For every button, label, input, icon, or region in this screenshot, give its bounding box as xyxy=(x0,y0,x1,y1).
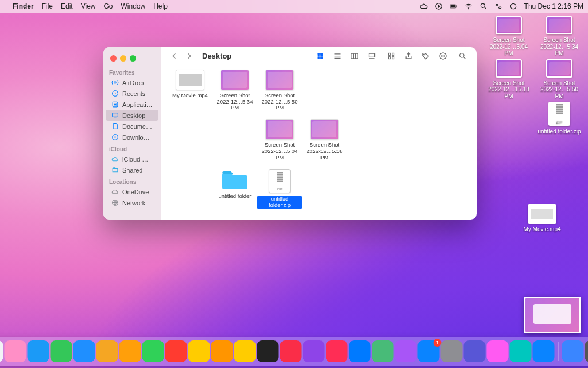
share-button[interactable] xyxy=(401,49,416,62)
dock-app-podcasts[interactable] xyxy=(303,340,325,362)
screenshot-thumb-icon xyxy=(220,70,249,90)
menubar-item-file[interactable]: File xyxy=(42,2,53,10)
finder-title: Desktop xyxy=(202,52,231,60)
spotlight-icon[interactable] xyxy=(479,2,488,10)
actions-button[interactable] xyxy=(435,49,450,62)
dock-app-extra1[interactable] xyxy=(464,340,486,362)
file-label: Screen Shot2022-12…5.34 PM xyxy=(212,93,257,112)
dock-app-launchpad[interactable] xyxy=(5,340,26,362)
file-item-screenshot[interactable]: Screen Shot2022-12…5.50 PM xyxy=(257,70,302,112)
menubar-clock[interactable]: Thu Dec 1 2:16 PM xyxy=(524,2,583,10)
view-gallery-button[interactable] xyxy=(364,49,379,62)
view-list-button[interactable] xyxy=(330,49,345,62)
svg-rect-17 xyxy=(317,56,319,59)
cloud-status-icon[interactable] xyxy=(420,2,428,10)
dock-app-extra4[interactable] xyxy=(533,340,555,362)
dock-app-extra3[interactable] xyxy=(510,340,532,362)
sidebar-item-onedrive[interactable]: OneDrive xyxy=(106,186,158,197)
menubar-item-help[interactable]: Help xyxy=(153,2,168,10)
sidebar-item-desktop[interactable]: Desktop xyxy=(106,110,158,121)
desktop-file-screenshot[interactable]: Screen Shot2022-12…5.50 PM xyxy=(536,59,582,100)
sidebar-item-airdrop[interactable]: AirDrop xyxy=(106,77,158,88)
sidebar-item-applications[interactable]: Applications xyxy=(106,99,158,110)
dock-app-news[interactable] xyxy=(326,340,348,362)
play-status-icon[interactable] xyxy=(435,2,443,10)
dock-app-maps[interactable] xyxy=(96,340,118,362)
siri-icon[interactable] xyxy=(509,2,517,10)
dock-app-contacts[interactable] xyxy=(188,340,210,362)
dock-app-mail[interactable] xyxy=(74,340,95,362)
dock-app-finder[interactable] xyxy=(0,340,3,362)
dock-app-settings[interactable] xyxy=(441,340,463,362)
sidebar-item-label: Shared xyxy=(122,167,153,174)
dock-app-appstore[interactable]: 1 xyxy=(418,340,440,362)
menubar-item-go[interactable]: Go xyxy=(104,2,113,10)
svg-rect-22 xyxy=(392,53,394,55)
dock-app-messages[interactable] xyxy=(51,340,72,362)
view-icons-button[interactable] xyxy=(312,49,327,62)
dock-tray-trash[interactable] xyxy=(585,340,589,362)
desktop-file-screenshot[interactable]: Screen Shot2022-12…5.04 PM xyxy=(486,16,532,57)
file-label: My Movie.mp4 xyxy=(523,226,560,233)
file-item-movie[interactable]: My Movie.mp4 xyxy=(168,70,212,112)
finder-content[interactable]: My Movie.mp4 Screen Shot2022-12…5.34 PM … xyxy=(161,65,477,220)
minimize-button[interactable] xyxy=(120,55,126,62)
menubar-item-view[interactable]: View xyxy=(81,2,96,10)
file-item-screenshot[interactable]: Screen Shot2022-12…5.18 PM xyxy=(302,119,347,161)
sidebar-item-icloud-drive[interactable]: iCloud Drive xyxy=(106,154,158,164)
svg-point-9 xyxy=(114,82,116,83)
finder-window: Favorites AirDrop Recents Applications D… xyxy=(103,47,477,220)
menubar-item-edit[interactable]: Edit xyxy=(61,2,73,10)
movie-thumb-icon xyxy=(176,70,204,90)
group-by-button[interactable] xyxy=(384,49,399,62)
sidebar-section-icloud: iCloud xyxy=(103,143,161,154)
svg-rect-16 xyxy=(320,53,323,55)
dock-app-numbers[interactable] xyxy=(372,340,394,362)
sidebar-item-documents[interactable]: Documents xyxy=(106,121,158,132)
sidebar-item-label: Downloads xyxy=(122,134,153,141)
desktop-file-screenshot[interactable]: Screen Shot2022-12…5.34 PM xyxy=(536,16,582,57)
dock-app-extra2[interactable] xyxy=(487,340,509,362)
svg-rect-24 xyxy=(392,57,394,59)
sidebar-item-recents[interactable]: Recents xyxy=(106,88,158,99)
menubar-item-window[interactable]: Window xyxy=(121,2,146,10)
wifi-icon[interactable] xyxy=(465,2,473,10)
dock-app-preview[interactable] xyxy=(395,340,417,362)
search-button[interactable] xyxy=(455,49,470,62)
sidebar-item-label: Desktop xyxy=(122,112,153,119)
screen-thumbnail[interactable] xyxy=(524,297,581,334)
dock-app-music[interactable] xyxy=(280,340,302,362)
view-columns-button[interactable] xyxy=(347,49,362,62)
control-center-icon[interactable] xyxy=(494,2,502,10)
close-button[interactable] xyxy=(110,55,117,62)
sidebar-item-network[interactable]: Network xyxy=(106,197,158,208)
dock-app-safari[interactable] xyxy=(28,340,49,362)
file-item-zip[interactable]: untitled folder.zip xyxy=(257,169,302,209)
folder-icon xyxy=(221,169,249,191)
sidebar-item-downloads[interactable]: Downloads xyxy=(106,132,158,143)
desktop-file-zip[interactable]: untitled folder.zip xyxy=(536,102,582,135)
dock-app-notes[interactable] xyxy=(234,340,256,362)
menubar-app-name[interactable]: Finder xyxy=(13,2,34,10)
back-button[interactable] xyxy=(168,49,180,62)
file-item-screenshot[interactable]: Screen Shot2022-12…5.04 PM xyxy=(257,119,302,161)
dock-app-calendar[interactable] xyxy=(165,340,187,362)
battery-icon[interactable] xyxy=(450,2,458,10)
dock-app-tv[interactable] xyxy=(257,340,279,362)
file-item-screenshot[interactable]: Screen Shot2022-12…5.34 PM xyxy=(212,70,257,112)
dock-app-reminders[interactable] xyxy=(211,340,233,362)
sidebar-item-label: OneDrive xyxy=(122,189,153,195)
svg-point-4 xyxy=(468,9,469,9)
file-item-folder[interactable]: untitled folder xyxy=(212,169,257,209)
file-label: Screen Shot2022-12…5.50 PM xyxy=(536,80,582,100)
dock-tray-downloads[interactable] xyxy=(562,340,584,362)
forward-button[interactable] xyxy=(183,49,195,62)
dock-app-facetime[interactable] xyxy=(142,340,164,362)
desktop-file-screenshot[interactable]: Screen Shot2022-12…15.18 PM xyxy=(486,59,532,100)
fullscreen-button[interactable] xyxy=(130,55,136,62)
dock-app-appstore-mini[interactable] xyxy=(349,340,371,362)
tags-button[interactable] xyxy=(418,49,433,62)
sidebar-item-shared[interactable]: Shared xyxy=(106,164,158,175)
dock-app-photos[interactable] xyxy=(119,340,141,362)
desktop-file-movie[interactable]: My Movie.mp4 xyxy=(519,204,565,233)
